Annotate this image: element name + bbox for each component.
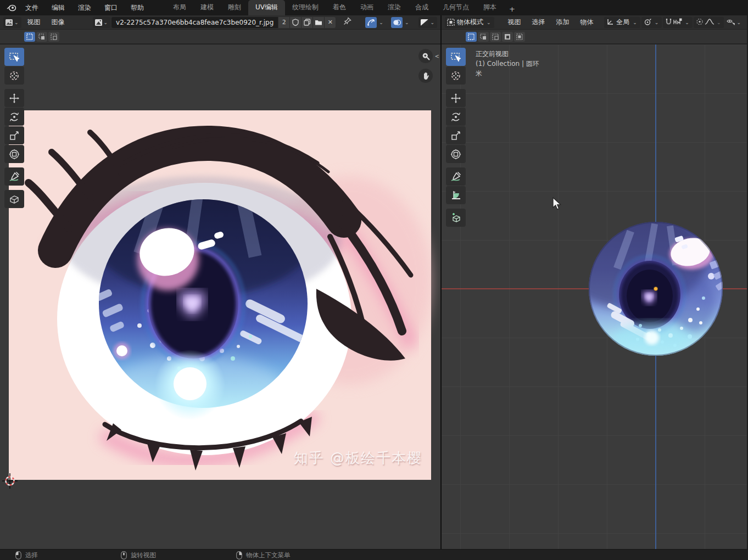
orientation-label: 全局 — [616, 18, 629, 27]
chevron-down-icon: ⌄ — [485, 20, 492, 25]
move-tool-icon — [9, 93, 20, 104]
mouse-middle-icon — [121, 551, 127, 559]
select-menu[interactable]: 选择 — [527, 16, 550, 29]
viewport-overlay-text: 正交前视图 (1) Collection | 圆环 米 — [476, 49, 539, 79]
tab-modeling[interactable]: 建模 — [193, 0, 221, 15]
scale-tool-icon — [9, 130, 20, 141]
menu-render[interactable]: 渲染 — [71, 1, 98, 15]
tweak-select-tool[interactable] — [4, 48, 24, 66]
select-mode-intersect[interactable] — [514, 32, 525, 42]
tab-layout[interactable]: 布局 — [166, 0, 193, 15]
overlays-toggle[interactable] — [391, 17, 403, 28]
menu-window[interactable]: 窗口 — [98, 1, 124, 15]
tab-scripting[interactable]: 脚本 — [476, 0, 504, 15]
snap-dropdown-chevron[interactable]: ⌄ — [684, 20, 690, 25]
measure-tool[interactable] — [446, 186, 466, 204]
select-mode-new[interactable] — [24, 32, 35, 42]
blender-logo-icon[interactable] — [4, 2, 19, 13]
image-users-count[interactable]: 2 — [278, 17, 289, 28]
image-nav-gizmos — [418, 49, 433, 83]
select-mode-invert[interactable] — [502, 32, 513, 42]
select-mode-extend[interactable] — [478, 32, 489, 42]
image-name-field: v2-2275c57a370e6bb4ca8feae7c3be0920_r.jp… — [111, 17, 336, 28]
view-menu[interactable]: 视图 — [503, 16, 526, 29]
sidebar-collapse-chevron[interactable]: < — [435, 53, 439, 59]
viewport-canvas[interactable]: 正交前视图 (1) Collection | 圆环 米 — [442, 44, 747, 549]
image-datablock-dropdown[interactable]: ⌄ — [93, 17, 111, 28]
tab-animation[interactable]: 动画 — [353, 0, 381, 15]
tab-sculpting[interactable]: 雕刻 — [221, 0, 248, 15]
overlays-dropdown-chevron[interactable]: ⌄ — [404, 20, 410, 25]
eye-sphere-object[interactable] — [588, 221, 723, 356]
add-menu[interactable]: 添加 — [551, 16, 574, 29]
hint-object-context-menu: 物体上下文菜单 — [236, 550, 291, 560]
add-cube-tool[interactable] — [446, 209, 466, 227]
image-filename[interactable]: v2-2275c57a370e6bb4ca8feae7c3be0920_r.jp… — [111, 17, 278, 28]
unlink-image-button[interactable]: ✕ — [324, 17, 336, 28]
tab-uv-editing[interactable]: UV编辑 — [248, 0, 285, 15]
snap-target-icon[interactable] — [673, 17, 683, 27]
select-box-tool[interactable] — [446, 48, 466, 66]
select-mode-new[interactable] — [466, 32, 477, 42]
scale-tool[interactable] — [446, 126, 466, 144]
fake-user-shield-icon[interactable] — [289, 17, 301, 28]
show-object-types-dropdown[interactable]: ⌄ — [725, 17, 744, 28]
add-workspace-button[interactable]: + — [504, 3, 521, 15]
chevron-down-icon: ⌄ — [632, 20, 638, 25]
tab-geometry-nodes[interactable]: 几何节点 — [436, 0, 476, 15]
annotate-tool[interactable] — [446, 167, 466, 186]
tab-compositing[interactable]: 合成 — [408, 0, 436, 15]
editor-type-dropdown[interactable]: ⌄ — [3, 17, 21, 28]
pin-icon[interactable] — [343, 17, 351, 28]
menu-help[interactable]: 帮助 — [124, 1, 150, 15]
falloff-dropdown-chevron[interactable]: ⌄ — [716, 20, 722, 25]
object-menu[interactable]: 物体 — [576, 16, 599, 29]
transform-tool[interactable] — [446, 145, 466, 163]
image-menu-view[interactable]: 视图 — [23, 16, 46, 29]
rotate-tool-icon — [9, 111, 20, 122]
select-mode-subtract[interactable] — [490, 32, 501, 42]
annotate-tool[interactable] — [4, 167, 24, 186]
falloff-curve-icon[interactable] — [705, 17, 714, 27]
annotate-tool-icon — [450, 171, 461, 182]
proportional-editing-toggle[interactable] — [696, 17, 704, 27]
tab-texture-paint[interactable]: 纹理绘制 — [285, 0, 326, 15]
sample-box-tool[interactable] — [4, 190, 24, 208]
magnet-icon — [665, 18, 672, 25]
tab-shading[interactable]: 着色 — [326, 0, 353, 15]
menu-edit[interactable]: 编辑 — [45, 1, 71, 15]
viewport-header: 物体模式 ⌄ 视图 选择 添加 物体 全局 ⌄ — [442, 15, 747, 30]
image-canvas[interactable]: < — [0, 44, 440, 549]
gizmos-dropdown-chevron[interactable]: ⌄ — [378, 20, 384, 25]
move-tool[interactable] — [4, 89, 24, 107]
cursor-tool[interactable] — [4, 66, 24, 85]
tab-rendering[interactable]: 渲染 — [381, 0, 408, 15]
rotate-tool[interactable] — [4, 108, 24, 126]
measure-ruler-icon — [450, 190, 461, 201]
transform-tool[interactable] — [4, 145, 24, 163]
display-channels-dropdown[interactable]: ⌄ — [418, 17, 437, 28]
snap-magnet-toggle[interactable] — [665, 17, 672, 27]
transform-orientation-dropdown[interactable]: 全局 ⌄ — [604, 17, 640, 28]
new-image-copy-icon[interactable] — [301, 17, 312, 28]
rotate-tool[interactable] — [446, 108, 466, 126]
cursor-tool-icon — [450, 70, 461, 81]
gizmos-toggle[interactable] — [365, 17, 377, 28]
scale-tool[interactable] — [4, 126, 24, 144]
image-tool-settings — [0, 30, 440, 44]
image-editor: ⌄ 视图 图像 ⌄ v2-2275c57a370e6bb4ca8feae7c3b… — [0, 15, 442, 549]
eye-artwork-image[interactable]: 知乎 @板绘千本樱 — [9, 110, 431, 480]
cursor-tool[interactable] — [446, 66, 466, 85]
pan-hand-button[interactable] — [418, 69, 433, 83]
select-mode-subtract[interactable] — [48, 32, 59, 42]
open-image-folder-icon[interactable] — [312, 17, 324, 28]
image-menu-image[interactable]: 图像 — [47, 16, 70, 29]
scale-tool-icon — [450, 130, 461, 141]
zoom-in-button[interactable] — [418, 49, 433, 63]
move-tool[interactable] — [446, 89, 466, 107]
select-mode-extend[interactable] — [36, 32, 47, 42]
pivot-point-dropdown[interactable]: ⌄ — [641, 17, 662, 28]
2d-cursor-icon[interactable] — [2, 473, 18, 491]
mode-dropdown[interactable]: 物体模式 ⌄ — [445, 17, 494, 28]
menu-file[interactable]: 文件 — [19, 1, 45, 15]
